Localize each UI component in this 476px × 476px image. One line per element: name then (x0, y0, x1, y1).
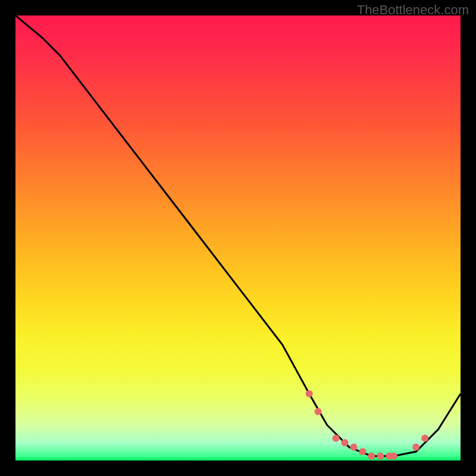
plot-area (15, 15, 461, 461)
data-marker (390, 453, 397, 460)
data-marker (350, 444, 358, 451)
curve-line (15, 15, 461, 456)
data-marker (368, 453, 375, 460)
watermark-text: TheBottleneck.com (357, 2, 469, 18)
chart-svg (15, 15, 461, 461)
data-marker (342, 439, 349, 446)
data-marker (306, 390, 313, 397)
data-marker (377, 453, 384, 460)
data-marker (421, 435, 428, 442)
data-markers (306, 390, 429, 460)
data-marker (412, 444, 419, 451)
data-marker (333, 435, 340, 442)
data-marker (315, 408, 322, 415)
data-marker (359, 448, 366, 455)
